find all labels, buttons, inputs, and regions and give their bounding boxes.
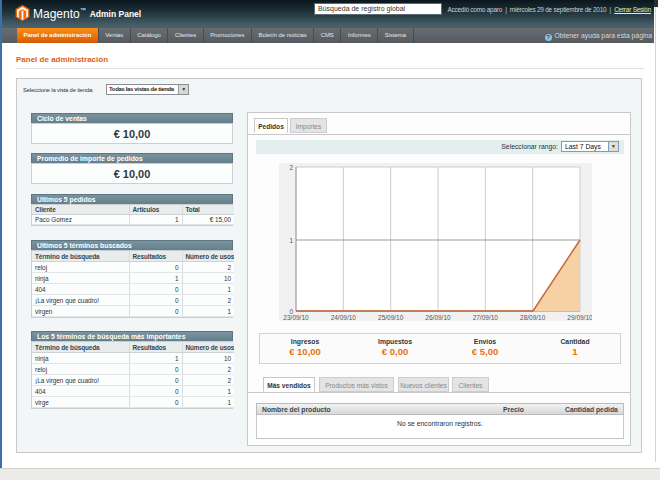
svg-text:23/09/10: 23/09/10: [283, 314, 309, 321]
svg-text:2: 2: [289, 164, 293, 171]
svg-text:24/09/10: 24/09/10: [331, 314, 357, 321]
svg-text:28/09/10: 28/09/10: [520, 314, 546, 321]
svg-text:1: 1: [289, 237, 293, 244]
svg-text:27/09/10: 27/09/10: [473, 314, 499, 321]
svg-text:29/09/10: 29/09/10: [567, 314, 592, 321]
svg-text:26/09/10: 26/09/10: [425, 314, 451, 321]
svg-text:25/09/10: 25/09/10: [378, 314, 404, 321]
